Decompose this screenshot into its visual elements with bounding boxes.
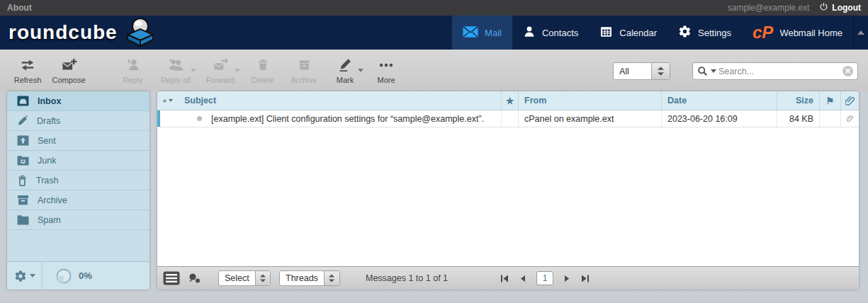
- list-mode-button[interactable]: [163, 271, 180, 285]
- pencil-icon: [17, 115, 28, 126]
- forward-dropdown-caret[interactable]: [235, 69, 240, 72]
- junk-icon: [17, 155, 29, 166]
- row-focus-bar: [157, 110, 160, 127]
- select-dropdown-value: Select: [219, 273, 255, 283]
- search-scope-select[interactable]: All: [613, 62, 670, 80]
- list-options-button[interactable]: [157, 91, 179, 110]
- logout-label: Logout: [832, 3, 861, 13]
- message-list-header: Subject ★ From Date Size ⚑: [157, 91, 859, 110]
- star-icon: ★: [506, 96, 514, 106]
- current-page-input[interactable]: 1: [536, 271, 553, 285]
- folder-archive[interactable]: Archive: [7, 190, 150, 210]
- folder-trash-label: Trash: [36, 176, 59, 185]
- column-header-flag[interactable]: ⚑: [819, 91, 840, 110]
- more-button[interactable]: More: [366, 55, 407, 84]
- refresh-button[interactable]: Refresh: [7, 55, 48, 84]
- top-bar: About sample@example.ext Logout: [0, 0, 868, 16]
- message-status-dot[interactable]: [197, 116, 202, 121]
- main-nav-bar: roundcube Mail Contacts: [0, 16, 868, 50]
- folder-actions-button[interactable]: [7, 262, 43, 290]
- pagination: 1: [500, 271, 590, 285]
- row-flag-cell[interactable]: [819, 110, 840, 127]
- next-page-button[interactable]: [563, 273, 571, 284]
- mark-label: Mark: [337, 76, 354, 84]
- clear-search-icon[interactable]: ✕: [842, 66, 853, 76]
- message-date: 2023-06-20 16:09: [661, 110, 777, 127]
- forward-button[interactable]: Forward: [198, 55, 242, 84]
- threads-dropdown-value: Threads: [280, 273, 324, 283]
- column-header-from[interactable]: From: [518, 91, 661, 110]
- calendar-icon: [599, 25, 613, 40]
- thread-bubbles-icon: [187, 272, 201, 285]
- column-header-attachment[interactable]: [840, 91, 859, 110]
- mark-dropdown-caret[interactable]: [358, 69, 363, 72]
- row-star-cell[interactable]: [501, 110, 518, 127]
- trash-folder-icon: [17, 175, 28, 186]
- message-row[interactable]: [example.ext] Client configuration setti…: [157, 110, 859, 127]
- column-header-size[interactable]: Size: [777, 91, 819, 110]
- folder-actions-caret: [30, 274, 35, 278]
- folder-junk[interactable]: Junk: [7, 151, 150, 171]
- more-label: More: [377, 76, 395, 84]
- last-page-button[interactable]: [580, 273, 590, 284]
- delete-button[interactable]: Delete: [242, 55, 283, 84]
- reply-button[interactable]: Reply: [112, 55, 153, 84]
- about-link[interactable]: About: [7, 3, 32, 13]
- search-options-caret[interactable]: [711, 69, 716, 73]
- message-size: 84 KB: [777, 110, 819, 127]
- tab-webmail-home-label: Webmail Home: [779, 28, 842, 38]
- search-box: ✕: [692, 62, 858, 80]
- folder-drafts[interactable]: Drafts: [7, 111, 150, 131]
- cube-logo-icon: [122, 16, 159, 50]
- select-spinner-icon: [651, 63, 670, 79]
- compose-button[interactable]: Compose: [48, 55, 89, 84]
- sidebar-footer: 0%: [7, 261, 150, 290]
- tab-calendar[interactable]: Calendar: [589, 16, 667, 50]
- forward-icon: [213, 55, 229, 76]
- forward-label: Forward: [206, 76, 235, 84]
- thread-view-button[interactable]: [187, 272, 201, 285]
- threads-spinner-icon: [324, 271, 339, 285]
- reply-all-dropdown-caret[interactable]: [191, 69, 196, 72]
- folder-spam[interactable]: Spam: [7, 210, 150, 230]
- tab-webmail-home[interactable]: cP Webmail Home: [742, 16, 853, 50]
- power-icon: [819, 2, 828, 13]
- first-page-button[interactable]: [500, 273, 509, 284]
- folder-trash[interactable]: Trash: [7, 171, 150, 190]
- search-input[interactable]: [718, 67, 840, 76]
- nav-tabs: Mail Contacts Calendar Settings cP Webma…: [452, 16, 853, 50]
- quota-value: 0%: [79, 270, 92, 281]
- tab-mail-label: Mail: [485, 28, 502, 38]
- size-header-label: Size: [796, 96, 813, 105]
- tab-contacts[interactable]: Contacts: [512, 16, 589, 50]
- select-messages-dropdown[interactable]: Select: [218, 270, 271, 286]
- collapse-header-button[interactable]: [853, 16, 868, 50]
- reply-all-button[interactable]: Reply all: [153, 55, 198, 84]
- folder-sent[interactable]: Sent: [7, 131, 150, 151]
- compose-icon: [61, 55, 77, 76]
- tab-settings[interactable]: Settings: [667, 16, 742, 50]
- reply-all-label: Reply all: [161, 76, 191, 84]
- column-header-star[interactable]: ★: [501, 91, 518, 110]
- paperclip-icon: [845, 96, 855, 106]
- message-attachment-indicator: [840, 110, 859, 127]
- column-header-subject[interactable]: Subject: [179, 91, 501, 110]
- folder-inbox[interactable]: Inbox: [7, 91, 150, 111]
- content-area: Inbox Drafts Sent Junk Trash: [0, 91, 868, 290]
- archive-box-icon: [297, 55, 312, 76]
- mark-button[interactable]: Mark: [325, 55, 366, 84]
- folder-drafts-label: Drafts: [37, 116, 60, 126]
- threads-dropdown[interactable]: Threads: [279, 270, 340, 286]
- logged-in-user: sample@example.ext: [728, 3, 810, 13]
- row-subject-cell: [example.ext] Client configuration setti…: [179, 110, 501, 127]
- archive-button[interactable]: Archive: [283, 55, 325, 84]
- previous-page-button[interactable]: [519, 273, 527, 284]
- trash-icon: [256, 55, 270, 76]
- logout-button[interactable]: Logout: [819, 2, 861, 13]
- roundcube-logo[interactable]: roundcube: [0, 16, 159, 50]
- tab-mail[interactable]: Mail: [452, 16, 512, 50]
- mail-envelope-icon: [463, 25, 478, 40]
- message-list-body: [example.ext] Client configuration setti…: [157, 110, 859, 266]
- column-header-date[interactable]: Date: [661, 91, 777, 110]
- folder-sent-label: Sent: [38, 136, 56, 146]
